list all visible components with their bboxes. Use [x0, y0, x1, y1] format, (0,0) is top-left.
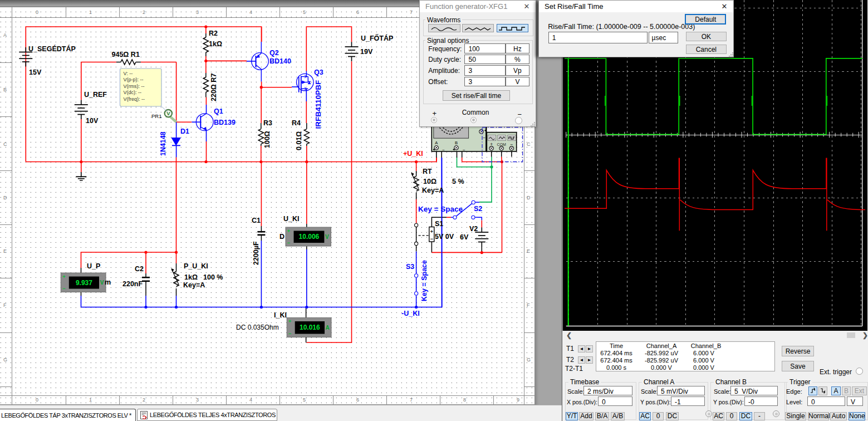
- svg-text:C1: C1: [252, 217, 261, 224]
- svg-text:U_SEGÉDTÁP: U_SEGÉDTÁP: [28, 45, 76, 53]
- svg-text:Key=A: Key=A: [422, 187, 444, 194]
- svg-text:−: −: [442, 148, 445, 153]
- svg-text:19V: 19V: [360, 48, 373, 56]
- svg-text:D1: D1: [180, 128, 189, 135]
- svg-text:V(rms): --: V(rms): --: [124, 84, 145, 89]
- svg-text:+: +: [288, 319, 291, 324]
- svg-text:220nF: 220nF: [122, 280, 143, 288]
- svg-text:100Ω: 100Ω: [263, 131, 271, 148]
- svg-text:−: −: [463, 148, 465, 153]
- svg-text:R3: R3: [263, 119, 272, 127]
- svg-text:10V: 10V: [86, 117, 99, 125]
- svg-text:−: −: [62, 286, 65, 291]
- svg-text:1kΩ: 1kΩ: [209, 40, 222, 48]
- svg-text:V(p-p): --: V(p-p): --: [124, 77, 144, 82]
- svg-text:9.937: 9.937: [76, 279, 92, 287]
- svg-text:15V: 15V: [29, 68, 42, 76]
- svg-text:−: −: [288, 331, 291, 336]
- svg-text:Key = Space: Key = Space: [420, 260, 428, 301]
- svg-text:BD139: BD139: [214, 119, 236, 126]
- svg-text:S3: S3: [406, 263, 414, 271]
- svg-text:IRFB4110PBF: IRFB4110PBF: [314, 80, 322, 129]
- svg-text:+: +: [62, 274, 65, 280]
- svg-text:R2: R2: [209, 30, 218, 37]
- svg-text:V: --: V: --: [124, 71, 133, 76]
- svg-text:220Ω R7: 220Ω R7: [210, 74, 218, 101]
- svg-text:m: m: [105, 278, 111, 286]
- svg-text:S1: S1: [435, 220, 443, 228]
- svg-text:−: −: [483, 135, 486, 140]
- svg-text:V(dc): --: V(dc): --: [124, 90, 142, 95]
- svg-text:V: V: [100, 280, 104, 286]
- svg-text:P_U_KI: P_U_KI: [184, 262, 208, 270]
- svg-text:S2: S2: [474, 205, 482, 213]
- svg-text:COM: COM: [497, 143, 507, 146]
- svg-text:100 %: 100 %: [203, 273, 223, 281]
- svg-text:U_P: U_P: [87, 262, 100, 270]
- svg-text:−: −: [287, 240, 290, 246]
- svg-text:6V: 6V: [460, 233, 469, 241]
- svg-text:10.016: 10.016: [300, 324, 320, 331]
- svg-text:I_KI: I_KI: [274, 311, 287, 319]
- svg-text:V(freq): --: V(freq): --: [124, 96, 145, 102]
- svg-text:10Ω: 10Ω: [423, 178, 437, 185]
- svg-text:V: V: [325, 234, 329, 240]
- svg-text:Key=A: Key=A: [183, 281, 205, 289]
- svg-text:-U_KI: -U_KI: [401, 310, 420, 317]
- svg-text:V2: V2: [469, 225, 478, 233]
- svg-text:BD140: BD140: [269, 57, 291, 65]
- svg-text:Q1: Q1: [214, 107, 223, 115]
- svg-text:Q2: Q2: [269, 49, 279, 57]
- svg-text:U_REF: U_REF: [84, 91, 107, 99]
- svg-text:B: B: [455, 140, 458, 145]
- svg-text:5 %: 5 %: [452, 178, 464, 185]
- svg-text:U_KI: U_KI: [283, 215, 299, 223]
- svg-text:−: −: [430, 236, 433, 242]
- svg-text:Q3: Q3: [314, 68, 323, 76]
- svg-text:A: A: [325, 325, 329, 331]
- svg-text:945Ω R1: 945Ω R1: [112, 51, 140, 58]
- svg-text:+: +: [430, 229, 433, 234]
- svg-text:1N4148: 1N4148: [159, 131, 167, 156]
- svg-text:A: A: [435, 140, 438, 145]
- svg-text:R4: R4: [292, 119, 301, 127]
- svg-text:Key = Space: Key = Space: [418, 205, 463, 213]
- svg-text:DC 0.035Ohm: DC 0.035Ohm: [236, 324, 279, 331]
- svg-text:0.01Ω: 0.01Ω: [295, 131, 303, 150]
- svg-text:+U_KI: +U_KI: [403, 150, 423, 158]
- svg-text:5V 0V: 5V 0V: [435, 233, 454, 241]
- svg-text:2200µF: 2200µF: [252, 241, 260, 265]
- svg-text:D: D: [279, 233, 285, 241]
- svg-text:1kΩ: 1kΩ: [184, 273, 198, 281]
- svg-text:C2: C2: [135, 265, 144, 273]
- svg-text:PR1: PR1: [151, 113, 161, 119]
- svg-text:U_FŐTÁP: U_FŐTÁP: [361, 34, 393, 42]
- svg-text:RT: RT: [423, 168, 432, 175]
- svg-text:+: +: [287, 228, 290, 234]
- svg-text:10.006: 10.006: [299, 233, 320, 241]
